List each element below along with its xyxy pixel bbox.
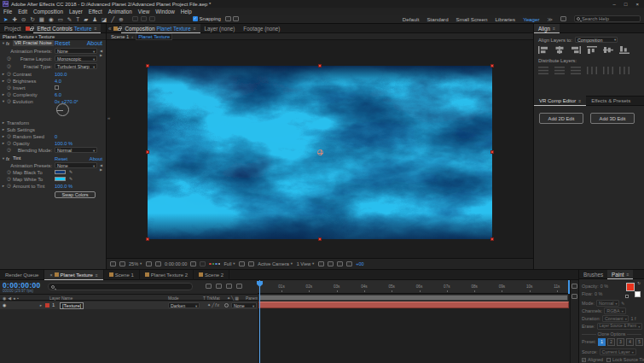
workspace-standard[interactable]: Standard [426, 16, 448, 22]
timeline-tab-render-queue[interactable]: Render Queue [0, 270, 44, 280]
snapping-checkbox-icon[interactable]: ✓ [193, 16, 198, 21]
twirl-icon[interactable]: ► [2, 79, 5, 83]
layer-row-texture[interactable]: ◉ ► 1 [Texture] Darken▼ ✦╱fx None▼ [0, 302, 258, 309]
panel-menu-icon[interactable]: ≡ [96, 272, 98, 278]
fractal-reset-link[interactable]: Reset [55, 40, 70, 46]
tab-brushes[interactable]: Brushes [579, 270, 607, 279]
tab-align[interactable]: Align ≡ [534, 24, 560, 33]
stopwatch-icon[interactable]: ◷ [7, 85, 11, 90]
tab-paint[interactable]: Paint ≡ [607, 270, 633, 279]
selection-handle[interactable] [318, 64, 322, 67]
composition-mini-flowchart-icon[interactable] [206, 284, 212, 289]
complexity-value[interactable]: 6.0 [55, 92, 61, 97]
selection-handle[interactable] [490, 237, 494, 241]
pen-tool[interactable]: ✎ [67, 15, 72, 23]
twirl-icon[interactable]: ▼ [2, 99, 5, 103]
fractal-type-dropdown[interactable]: Turbulent Sharp▼ [55, 63, 97, 69]
ruler-icon[interactable] [146, 261, 152, 266]
frame-layout-dropdown[interactable]: Monoscopic▼ [55, 56, 97, 61]
minimize-button[interactable]: – [613, 2, 616, 7]
graph-editor-icon[interactable] [571, 294, 577, 299]
snap-option-icon[interactable] [225, 16, 231, 21]
breadcrumb-parent[interactable]: Scene 1 [111, 34, 129, 39]
pan-behind-tool[interactable]: ◉ [49, 15, 54, 23]
stopwatch-icon[interactable]: ◷ [7, 91, 11, 97]
tab-project[interactable]: Project [0, 24, 26, 33]
eyedropper-icon[interactable]: ✎ [69, 176, 73, 181]
hand-tool[interactable]: ✚ [12, 15, 16, 23]
twirl-icon[interactable]: ► [39, 303, 43, 307]
type-tool[interactable]: T [76, 15, 79, 23]
close-tab-icon[interactable]: × [49, 272, 52, 278]
twirl-icon[interactable]: ► [2, 92, 5, 97]
planet-texture-layer[interactable] [148, 66, 492, 239]
timeline-tab-scene-1[interactable]: Scene 1 [104, 270, 140, 280]
lock-icon[interactable] [118, 28, 121, 31]
shape-tool[interactable]: ▭ [58, 15, 63, 23]
panel-menu-icon[interactable]: ≡ [94, 26, 96, 31]
twirl-icon[interactable]: ► [2, 134, 5, 138]
work-area-bar[interactable] [258, 295, 568, 301]
add-3d-edit-button[interactable]: Add 3D Edit [590, 113, 635, 124]
menu-view[interactable]: View [138, 9, 150, 15]
unified-camera-tool[interactable]: ▦ [39, 15, 44, 23]
map-white-color-swatch[interactable] [55, 177, 66, 181]
selection-handle[interactable] [146, 64, 149, 67]
zoom-dropdown[interactable]: 25%▼ [129, 261, 142, 266]
align-right-icon[interactable] [571, 46, 581, 54]
selection-handle[interactable] [146, 237, 149, 241]
random-seed-value[interactable]: 0 [55, 134, 57, 139]
maximize-button[interactable]: □ [624, 2, 628, 7]
eraser-tool[interactable]: ◪ [102, 15, 107, 23]
timeline-jump-icon[interactable] [337, 261, 343, 266]
snap-option-icon[interactable] [233, 16, 239, 21]
align-left-icon[interactable] [538, 46, 548, 54]
align-bottom-icon[interactable] [619, 46, 629, 54]
animation-presets-dropdown[interactable]: None▼ [55, 48, 97, 54]
comp-marker-bin-icon[interactable] [571, 284, 577, 289]
menu-help[interactable]: Help [181, 9, 192, 15]
panel-menu-icon[interactable]: ≡ [194, 26, 196, 31]
tint-reset-link[interactable]: Reset [55, 156, 67, 161]
breadcrumb-back-icon[interactable]: ‹ [131, 34, 133, 39]
frame-blending-icon[interactable] [236, 284, 242, 289]
layer-switches-icons[interactable]: ✦╱fx [207, 302, 220, 307]
layer-parent-dropdown[interactable]: None▼ [231, 302, 257, 308]
stopwatch-icon[interactable]: ◷ [7, 78, 11, 83]
rotation-tool[interactable]: ↻ [30, 15, 34, 23]
twirl-icon[interactable]: ► [2, 127, 5, 132]
selection-handle[interactable] [490, 150, 494, 154]
fractal-about-link[interactable]: About [87, 40, 102, 46]
layer-anchor-point[interactable] [317, 149, 323, 155]
menu-file[interactable]: File [3, 9, 12, 15]
pixel-aspect-icon[interactable] [318, 261, 324, 266]
selection-handle[interactable] [490, 64, 494, 67]
panel-menu-icon[interactable]: ≡ [553, 26, 555, 31]
tint-about-link[interactable]: About [90, 156, 102, 161]
always-preview-icon[interactable] [110, 261, 116, 266]
evolution-value[interactable]: 0x +270.0° [55, 99, 78, 104]
stopwatch-icon[interactable]: ◷ [7, 133, 11, 138]
stopwatch-icon[interactable]: ◷ [7, 169, 11, 174]
column-parent-link[interactable]: Parent & Link [246, 296, 258, 301]
menu-layer[interactable]: Layer [69, 9, 83, 15]
add-2d-edit-button[interactable]: Add 2D Edit [539, 113, 583, 124]
transform-group-row[interactable]: ► Transform [0, 120, 106, 126]
selection-tool[interactable]: ➤ [3, 15, 8, 23]
transparency-grid-icon[interactable] [248, 261, 254, 266]
stopwatch-icon[interactable]: ◷ [7, 71, 11, 76]
timeline-graph-area[interactable]: 01s02s03s04s05s06s07s08s09s10s11s [258, 280, 570, 363]
timeline-search-input[interactable] [48, 283, 193, 290]
menu-window[interactable]: Window [155, 9, 174, 15]
blending-mode-dropdown[interactable]: Normal▼ [55, 147, 97, 153]
hide-shy-layers-icon[interactable] [226, 284, 232, 289]
amount-to-tint-value[interactable]: 100.0 % [55, 184, 73, 189]
opacity-value[interactable]: 100.0 % [55, 141, 73, 146]
workspace-menu-icon[interactable] [560, 16, 566, 21]
brush-tool[interactable]: ▰ [84, 15, 88, 23]
timeline-tab-planet-texture[interactable]: ×Planet Texture≡ [44, 270, 103, 280]
draft-3d-icon[interactable] [216, 284, 222, 289]
snapping-toggle[interactable]: ✓ Snapping [193, 16, 239, 21]
invert-checkbox[interactable] [55, 85, 59, 90]
fast-previews-icon[interactable] [328, 261, 334, 266]
